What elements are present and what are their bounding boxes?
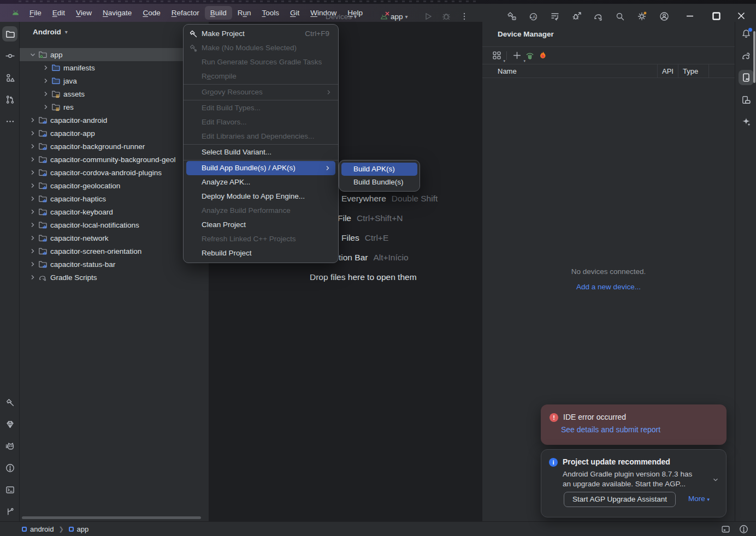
library-module-icon xyxy=(38,181,47,190)
menu-refactor[interactable]: Refactor xyxy=(166,6,205,20)
menu-item-refresh-linked-cpp: Refresh Linked C++ Projects xyxy=(184,232,338,246)
update-title: Project update recommended xyxy=(563,457,670,466)
expand-chevron-icon[interactable] xyxy=(712,476,719,484)
menu-navigate[interactable]: Navigate xyxy=(97,6,137,20)
menu-item-build-apk[interactable]: Build APK(s) xyxy=(341,163,417,176)
project-tool-button[interactable] xyxy=(2,26,17,41)
breadcrumb-app[interactable]: app xyxy=(77,525,89,533)
menu-item-build-app-bundle-apk[interactable]: Build App Bundle(s) / APK(s) xyxy=(186,161,335,175)
firebase-icon[interactable] xyxy=(536,49,550,62)
menu-item-analyze-apk[interactable]: Analyze APK... xyxy=(184,175,338,189)
add-device-icon[interactable]: ▾ xyxy=(510,49,523,62)
gradle-sync-icon[interactable] xyxy=(592,10,605,23)
tree-item-capacitor-keyboard[interactable]: capacitor-keyboard xyxy=(20,205,209,218)
android-studio-window: File Edit View Navigate Code Refactor Bu… xyxy=(0,0,756,536)
tree-item-capacitor-local-notifications[interactable]: capacitor-local-notifications xyxy=(20,218,209,231)
project-update-notification[interactable]: i Project update recommended Android Gra… xyxy=(541,449,727,517)
ide-errors-icon[interactable] xyxy=(739,525,748,534)
library-module-icon xyxy=(38,234,47,242)
chevron-down-icon: ▾ xyxy=(65,29,68,35)
menu-view[interactable]: View xyxy=(70,6,97,20)
tree-item-gradle-scripts[interactable]: Gradle Scripts xyxy=(20,271,209,284)
sdk-manager-icon[interactable] xyxy=(505,10,518,23)
more-dropdown[interactable]: More ▾ xyxy=(688,495,710,503)
resource-manager-tool-button[interactable] xyxy=(2,70,17,85)
apply-changes-icon[interactable]: A xyxy=(527,10,540,23)
tree-item-capacitor-android[interactable]: capacitor-android xyxy=(20,114,209,127)
event-log-icon[interactable] xyxy=(721,525,730,534)
tree-item-capacitor-network[interactable]: capacitor-network xyxy=(20,231,209,245)
tree-item-capacitor-haptics[interactable]: capacitor-haptics xyxy=(20,192,209,205)
gemini-button[interactable] xyxy=(739,114,754,129)
resources-folder-icon xyxy=(51,90,60,98)
tree-item-capacitor-status-bar[interactable]: capacitor-status-bar xyxy=(20,258,209,271)
menu-item-clean-project[interactable]: Clean Project xyxy=(184,218,338,232)
app-quality-insights-tool-button[interactable] xyxy=(2,416,17,432)
debug-button[interactable] xyxy=(440,10,453,23)
terminal-tool-button[interactable] xyxy=(2,482,17,497)
tree-item-capacitor-cordova-android-plugins[interactable]: capacitor-cordova-android-plugins xyxy=(20,166,209,179)
menu-item-make-project[interactable]: Ctrl+F9 Make Project xyxy=(184,27,338,41)
column-type[interactable]: Type xyxy=(678,64,708,78)
menu-item-build-bundle[interactable]: Build Bundle(s) xyxy=(341,176,417,189)
tree-item-res[interactable]: res xyxy=(20,100,209,114)
breadcrumb-android[interactable]: android xyxy=(30,525,54,533)
menu-git[interactable]: Git xyxy=(285,6,305,20)
search-everywhere-icon[interactable] xyxy=(613,10,627,23)
tree-item-assets[interactable]: assets xyxy=(20,87,209,100)
menu-item-rebuild-project[interactable]: Rebuild Project xyxy=(184,246,338,260)
sync-tasks-icon[interactable] xyxy=(548,10,562,23)
menu-code[interactable]: Code xyxy=(137,6,166,20)
tree-item-capacitor-app[interactable]: capacitor-app xyxy=(20,127,209,140)
ide-error-notification[interactable]: ! IDE error occurred See details and sub… xyxy=(541,404,727,445)
tree-item-capacitor-background-runner[interactable]: capacitor-background-runner xyxy=(20,140,209,153)
toolbar-divider xyxy=(506,51,507,60)
start-agp-upgrade-button[interactable]: Start AGP Upgrade Assistant xyxy=(564,492,676,507)
tree-item-app[interactable]: app xyxy=(20,48,209,61)
tree-item-java[interactable]: java xyxy=(20,74,209,87)
menu-file[interactable]: File xyxy=(24,6,47,20)
menu-edit[interactable]: Edit xyxy=(47,6,70,20)
menu-run[interactable]: Run xyxy=(232,6,257,20)
gradle-button[interactable] xyxy=(739,49,754,64)
chevron-down-icon: ▾ xyxy=(354,14,357,20)
module-folder-icon xyxy=(38,50,47,59)
menu-tools[interactable]: Tools xyxy=(257,6,285,20)
group-devices-icon[interactable]: ▾ xyxy=(490,49,503,62)
menu-item-select-build-variant[interactable]: Select Build Variant... xyxy=(184,145,338,159)
error-details-link[interactable]: See details and submit report xyxy=(561,425,660,434)
add-new-device-link[interactable]: Add a new device... xyxy=(482,283,735,291)
tree-item-manifests[interactable]: manifests xyxy=(20,61,209,74)
menu-build[interactable]: Build xyxy=(205,6,232,20)
logcat-tool-button[interactable] xyxy=(2,438,17,454)
menu-item-edit-build-types: Edit Build Types... xyxy=(184,101,338,115)
column-name[interactable]: Name xyxy=(482,64,657,78)
menu-item-deploy-module[interactable]: Deploy Module to App Engine... xyxy=(184,189,338,204)
pull-requests-tool-button[interactable] xyxy=(2,92,17,107)
more-tool-windows-button[interactable] xyxy=(2,114,17,129)
status-bar: android ❯ app xyxy=(0,521,756,536)
tree-item-capacitor-geolocation[interactable]: capacitor-geolocation xyxy=(20,179,209,192)
running-devices-button[interactable] xyxy=(739,92,754,108)
problems-tool-button[interactable] xyxy=(2,460,17,475)
tree-item-capacitor-community-background-geol[interactable]: capacitor-community-background-geol xyxy=(20,153,209,166)
commit-tool-button[interactable] xyxy=(2,48,17,63)
attach-debugger-icon[interactable] xyxy=(570,10,583,23)
version-control-tool-button[interactable] xyxy=(2,504,17,519)
more-options-icon[interactable] xyxy=(458,10,471,23)
folder-icon xyxy=(51,63,60,72)
project-view-selector[interactable]: Android ▾ xyxy=(33,28,68,36)
column-api[interactable]: API xyxy=(657,64,678,78)
profile-icon[interactable] xyxy=(658,10,671,23)
menu-separator xyxy=(184,160,338,160)
device-manager-button[interactable] xyxy=(739,70,754,85)
build-tool-button[interactable] xyxy=(2,395,17,410)
pair-over-wifi-icon[interactable] xyxy=(523,49,536,62)
right-edge-scrollbar[interactable] xyxy=(753,31,755,83)
module-icon xyxy=(69,527,74,532)
run-button[interactable] xyxy=(422,10,435,23)
settings-icon[interactable] xyxy=(635,10,648,23)
tree-item-capacitor-screen-orientation[interactable]: capacitor-screen-orientation xyxy=(20,245,209,258)
horizontal-scrollbar[interactable] xyxy=(22,516,201,519)
notifications-button[interactable] xyxy=(739,26,754,41)
